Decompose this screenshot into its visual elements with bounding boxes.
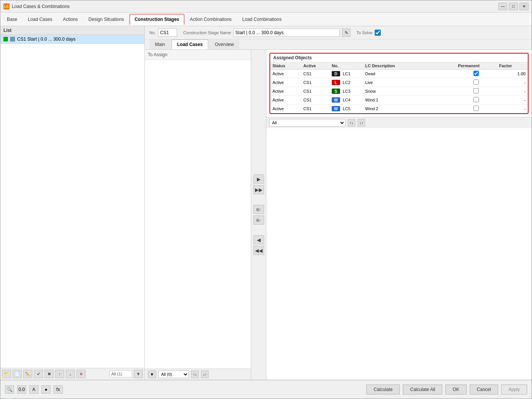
assigned-box: Assigned Objects Status Active No. LC De… [269,53,529,114]
permanent-checkbox[interactable] [473,71,479,76]
cs-name-edit-button[interactable]: ✎ [342,28,350,37]
assign-panel: To Assign ▼ All (0) ↑↓ ↓↑ [145,50,251,380]
footer-search-button[interactable]: 🔍 [5,385,14,394]
move-down-button[interactable]: ↓ [66,370,75,378]
all-count: All (1) [109,370,132,377]
cell-permanent[interactable] [456,70,497,78]
assign-sort-desc[interactable]: ↓↑ [201,370,209,378]
tab-action-combinations[interactable]: Action Combinations [185,14,237,25]
lc-number: LC4 [343,98,350,102]
no-input[interactable] [158,28,177,37]
add-button[interactable]: 📁 [2,370,11,378]
window-title: Load Cases & Combinations [12,4,498,9]
apply-button[interactable]: Apply [501,385,527,394]
csname-group: Construction Stage Name ✎ [183,28,350,37]
col-header-active: Active [301,62,329,70]
assigned-filter-select[interactable]: All [269,119,345,127]
calculate-all-button[interactable]: Calculate All [403,385,442,394]
transfer-table-up[interactable]: ⊞↑ [253,205,264,214]
to-solve-label: To Solve [356,30,372,35]
cs-name-label: Construction Stage Name [183,30,231,35]
transfer-right-one[interactable]: ▶ [253,174,264,184]
lc-number: LC1 [343,71,350,76]
cell-permanent[interactable] [456,78,497,87]
cell-factor: - [497,87,528,96]
lc-badge: S [332,89,340,94]
transfer-table-down[interactable]: ⊞↓ [253,215,264,225]
check-button[interactable]: ✔ [34,370,43,378]
dropdown-arrow[interactable]: ▼ [134,370,143,378]
maximize-button[interactable]: □ [509,3,518,10]
transfer-right-all[interactable]: ▶▶ [253,185,264,194]
tab-overview[interactable]: Overview [209,40,239,49]
move-up-button[interactable]: ↑ [55,370,64,378]
footer-dot-button[interactable]: ● [41,385,51,394]
lc-number: LC3 [343,89,350,93]
app-icon: LC [3,3,10,10]
permanent-checkbox[interactable] [473,97,479,102]
cancel-button[interactable]: Cancel [470,385,498,394]
permanent-checkbox[interactable] [473,79,479,85]
tab-construction-stages[interactable]: Construction Stages [130,14,184,25]
to-solve-group: To Solve [356,30,381,36]
col-header-factor: Factor [497,62,528,70]
footer-func-button[interactable]: fx [54,385,63,394]
cell-no: S LC3 [329,87,363,96]
cell-permanent[interactable] [456,87,497,96]
assigned-sort-asc[interactable]: ↑↓ [348,119,355,127]
info-bar: No. Construction Stage Name ✎ To Solve [145,26,532,40]
permanent-checkbox[interactable] [473,106,479,111]
uncheck-button[interactable]: ✖ [44,370,54,378]
close-button[interactable]: ✕ [519,3,529,10]
titlebar: LC Load Cases & Combinations — □ ✕ [0,0,532,13]
cell-permanent[interactable] [456,96,497,104]
lc-badge: D [332,71,340,76]
list-item[interactable]: CS1 Start | 0.0 ... 300.0 days [0,35,144,44]
cell-permanent[interactable] [456,104,497,113]
cell-factor: - [497,104,528,113]
tab-load-cases-content[interactable]: Load Cases [171,40,208,49]
assign-filter-select[interactable]: All (0) [158,370,189,378]
cell-no: W LC5 [329,104,363,113]
lc-badge: W [332,97,340,103]
table-row[interactable]: Active CS1 L LC2 Live - [270,78,528,87]
assign-filter-button[interactable]: ▼ [148,370,156,378]
table-row[interactable]: Active CS1 W LC4 Wind 1 - [270,96,528,104]
table-row[interactable]: Active CS1 W LC5 Wind 2 - [270,104,528,113]
cell-active: CS1 [301,96,329,104]
main-content: List CS1 Start | 0.0 ... 300.0 days 📁 📄 … [0,26,532,380]
calculate-button[interactable]: Calculate [366,385,400,394]
minimize-button[interactable]: — [498,3,507,10]
cell-desc: Dead [363,70,456,78]
tab-load-cases[interactable]: Load Cases [23,14,57,25]
tab-base[interactable]: Base [2,14,22,25]
to-solve-checkbox[interactable] [375,30,381,36]
tab-main[interactable]: Main [149,40,171,49]
left-panel: List CS1 Start | 0.0 ... 300.0 days 📁 📄 … [0,26,145,380]
assigned-sort-desc[interactable]: ↓↑ [358,119,365,127]
footer-text-button[interactable]: A [29,385,38,394]
cs-name-input[interactable] [233,28,340,37]
edit-button[interactable]: ✏️ [23,370,32,378]
footer-num-button[interactable]: 0.0 [17,385,26,394]
cell-active: CS1 [301,104,329,113]
table-row[interactable]: Active CS1 D LC1 Dead 1.00 [270,70,528,78]
delete-button[interactable]: ✕ [76,370,86,378]
cell-desc: Snow [363,87,456,96]
permanent-checkbox[interactable] [473,88,479,93]
col-header-no: No. [329,62,363,70]
assign-sort-asc[interactable]: ↑↓ [191,370,199,378]
tab-actions[interactable]: Actions [58,14,82,25]
assigned-bottom-bar: All ↑↓ ↓↑ [266,117,532,128]
copy-button[interactable]: 📄 [13,370,22,378]
tab-design-situations[interactable]: Design Situations [84,14,129,25]
no-label: No. [149,30,156,35]
tab-load-combinations[interactable]: Load Combinations [238,14,287,25]
transfer-left-all[interactable]: ◀◀ [253,246,264,255]
table-row[interactable]: Active CS1 S LC3 Snow - [270,87,528,96]
transfer-left-one[interactable]: ◀ [253,235,264,244]
ok-button[interactable]: OK [445,385,466,394]
assign-list[interactable] [145,60,251,369]
lc-badge: L [332,80,340,85]
cell-status: Active [270,78,301,87]
